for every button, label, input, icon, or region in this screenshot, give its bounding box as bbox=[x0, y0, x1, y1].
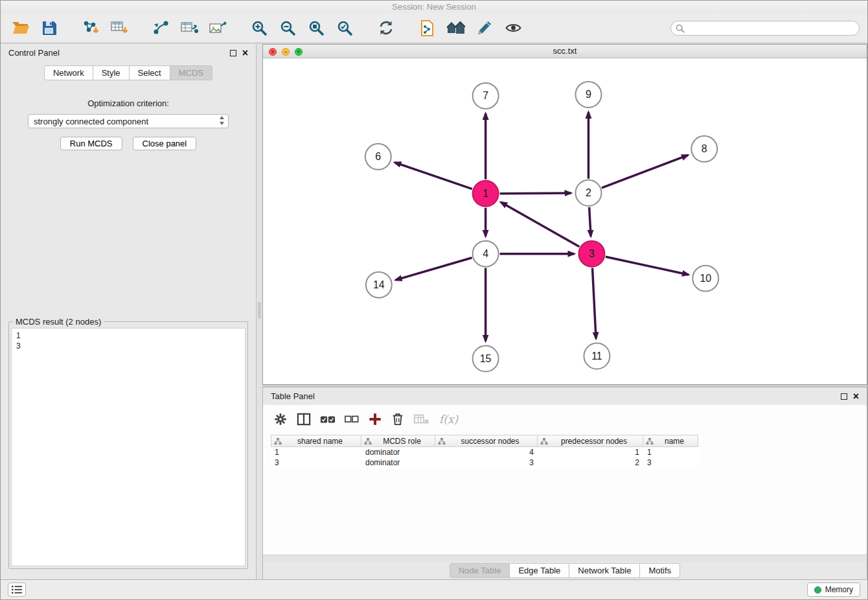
graph-node-9[interactable]: 9 bbox=[575, 82, 601, 108]
tab-style[interactable]: Style bbox=[93, 65, 130, 80]
mcds-result-list[interactable]: 1 3 bbox=[11, 328, 246, 566]
maximize-window-icon[interactable]: + bbox=[295, 48, 303, 56]
show-hide-icon[interactable] bbox=[501, 16, 525, 40]
table-horizontal-scrollbar[interactable] bbox=[263, 555, 867, 562]
svg-text:10: 10 bbox=[700, 273, 711, 284]
cell-successor-nodes[interactable]: 3 bbox=[435, 457, 538, 468]
tab-mcds[interactable]: MCDS bbox=[170, 65, 212, 80]
zoom-out-icon[interactable] bbox=[275, 16, 300, 40]
graph-node-14[interactable]: 14 bbox=[366, 271, 392, 297]
run-mcds-button[interactable]: Run MCDS bbox=[60, 137, 122, 150]
table-row[interactable]: 1 dominator 4 1 1 bbox=[271, 447, 859, 457]
graph-edge-1-6[interactable] bbox=[394, 162, 472, 189]
table-settings-gear-icon[interactable] bbox=[273, 410, 288, 428]
graph-node-8[interactable]: 8 bbox=[691, 135, 717, 161]
network-graph[interactable]: 7968124314101511 bbox=[263, 58, 867, 384]
graph-node-10[interactable]: 10 bbox=[692, 265, 718, 291]
graph-node-7[interactable]: 7 bbox=[473, 83, 499, 109]
criterion-dropdown[interactable]: strongly connected component bbox=[28, 114, 229, 128]
column-header-mcds-role[interactable]: MCDS role bbox=[361, 435, 435, 447]
copy-network-icon[interactable] bbox=[415, 16, 440, 40]
column-header-name[interactable]: name bbox=[643, 435, 698, 447]
task-history-button[interactable] bbox=[8, 583, 26, 597]
tab-network[interactable]: Network bbox=[44, 65, 93, 80]
table-panel-title: Table Panel bbox=[271, 391, 315, 401]
tab-select[interactable]: Select bbox=[130, 65, 170, 80]
zoom-fit-icon[interactable] bbox=[304, 16, 328, 40]
delete-column-trash-icon[interactable] bbox=[391, 410, 404, 428]
import-network-from-file-icon[interactable] bbox=[78, 16, 103, 40]
graph-node-4[interactable]: 4 bbox=[473, 240, 499, 266]
save-session-icon[interactable] bbox=[37, 16, 62, 40]
show-columns-icon[interactable] bbox=[297, 410, 311, 428]
tab-edge-table[interactable]: Edge Table bbox=[510, 563, 569, 578]
panel-splitter[interactable] bbox=[257, 44, 262, 579]
tab-network-table[interactable]: Network Table bbox=[569, 563, 640, 578]
cell-mcds-role[interactable]: dominator bbox=[361, 447, 435, 457]
cell-predecessor-nodes[interactable]: 1 bbox=[538, 447, 643, 457]
search-input[interactable] bbox=[670, 21, 860, 36]
cell-shared-name[interactable]: 1 bbox=[271, 447, 361, 457]
mcds-result-item[interactable]: 1 bbox=[16, 330, 240, 341]
import-table-from-file-icon[interactable] bbox=[107, 16, 131, 40]
graph-node-3[interactable]: 3 bbox=[578, 240, 604, 266]
cell-name[interactable]: 1 bbox=[643, 447, 698, 457]
new-network-from-table-icon[interactable] bbox=[177, 16, 201, 40]
column-type-icon bbox=[540, 437, 548, 445]
home-icon[interactable] bbox=[444, 16, 468, 40]
deselect-all-rows-icon[interactable] bbox=[345, 410, 359, 428]
export-image-icon[interactable] bbox=[205, 16, 230, 40]
cell-name[interactable]: 3 bbox=[643, 457, 698, 468]
open-session-icon[interactable] bbox=[8, 16, 33, 40]
column-type-icon bbox=[364, 437, 372, 445]
graph-node-11[interactable]: 11 bbox=[584, 343, 610, 369]
close-panel-button[interactable]: Close panel bbox=[133, 137, 197, 150]
select-all-rows-icon[interactable] bbox=[320, 410, 336, 428]
graph-edge-3-10[interactable] bbox=[606, 257, 689, 275]
splitter-grip-icon[interactable] bbox=[258, 302, 261, 319]
minimize-window-icon[interactable]: – bbox=[282, 48, 290, 56]
zoom-in-icon[interactable] bbox=[247, 16, 271, 40]
zoom-selected-icon[interactable] bbox=[332, 16, 357, 40]
cell-predecessor-nodes[interactable]: 2 bbox=[538, 457, 643, 468]
graph-edge-3-1[interactable] bbox=[501, 202, 579, 247]
mcds-result-item[interactable]: 3 bbox=[16, 341, 240, 351]
graph-edge-3-11[interactable] bbox=[593, 268, 596, 338]
graph-node-6[interactable]: 6 bbox=[365, 143, 391, 169]
cell-successor-nodes[interactable]: 4 bbox=[435, 447, 538, 457]
svg-text:14: 14 bbox=[373, 279, 385, 290]
close-panel-icon[interactable]: × bbox=[242, 50, 248, 56]
table-row[interactable]: 3 dominator 3 2 3 bbox=[271, 457, 859, 468]
graph-node-1[interactable]: 1 bbox=[473, 180, 499, 206]
graph-edge-2-3[interactable] bbox=[589, 207, 591, 236]
graph-node-15[interactable]: 15 bbox=[473, 345, 499, 371]
cell-mcds-role[interactable]: dominator bbox=[361, 457, 435, 468]
table-empty-area bbox=[263, 468, 867, 555]
optimization-criterion-label: Optimization criterion: bbox=[1, 98, 256, 108]
column-header-shared-name[interactable]: shared name bbox=[271, 435, 361, 447]
graph-edge-2-8[interactable] bbox=[602, 155, 688, 188]
graph-node-2[interactable]: 2 bbox=[575, 179, 601, 205]
create-column-icon[interactable] bbox=[368, 410, 382, 428]
graph-edge-4-14[interactable] bbox=[396, 257, 472, 279]
memory-button[interactable]: Memory bbox=[807, 583, 860, 597]
network-window-titlebar[interactable]: × – + scc.txt bbox=[263, 45, 867, 58]
graph-edge-1-2[interactable] bbox=[500, 193, 571, 194]
float-table-panel-icon[interactable] bbox=[841, 393, 847, 400]
delete-table-icon[interactable] bbox=[413, 410, 430, 428]
network-window-title: scc.txt bbox=[553, 46, 577, 56]
control-panel-title: Control Panel bbox=[8, 48, 60, 58]
close-window-icon[interactable]: × bbox=[269, 48, 277, 56]
column-header-predecessor-nodes[interactable]: predecessor nodes bbox=[538, 435, 643, 447]
tab-motifs[interactable]: Motifs bbox=[640, 563, 680, 578]
new-network-icon[interactable] bbox=[148, 16, 173, 40]
refresh-icon[interactable] bbox=[374, 16, 398, 40]
svg-text:6: 6 bbox=[375, 151, 381, 162]
float-panel-icon[interactable] bbox=[230, 50, 236, 56]
apply-style-icon[interactable] bbox=[472, 16, 497, 40]
column-header-successor-nodes[interactable]: successor nodes bbox=[435, 435, 538, 447]
close-table-panel-icon[interactable]: × bbox=[853, 393, 859, 400]
cell-shared-name[interactable]: 3 bbox=[271, 457, 361, 468]
tab-node-table[interactable]: Node Table bbox=[450, 563, 510, 578]
function-builder-icon[interactable]: f(x) bbox=[439, 410, 458, 428]
